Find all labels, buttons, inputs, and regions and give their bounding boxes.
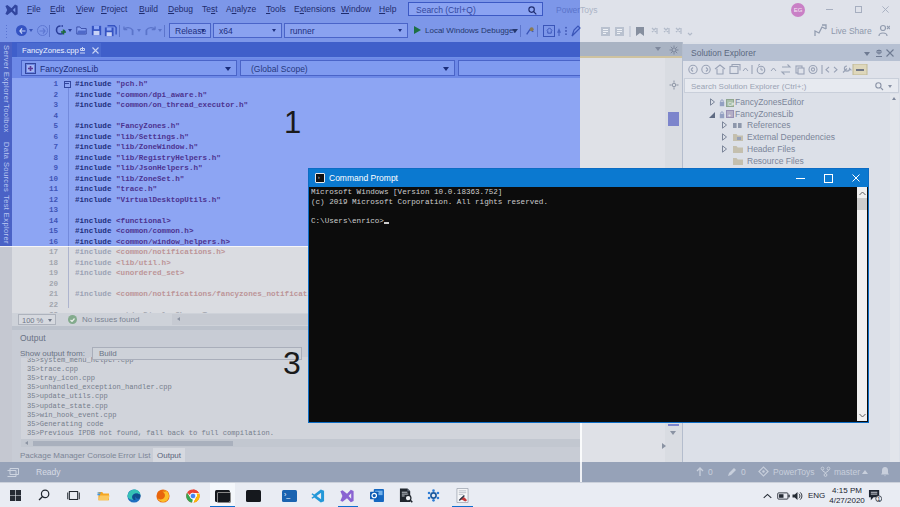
svg-text:1: 1 [877,496,880,502]
